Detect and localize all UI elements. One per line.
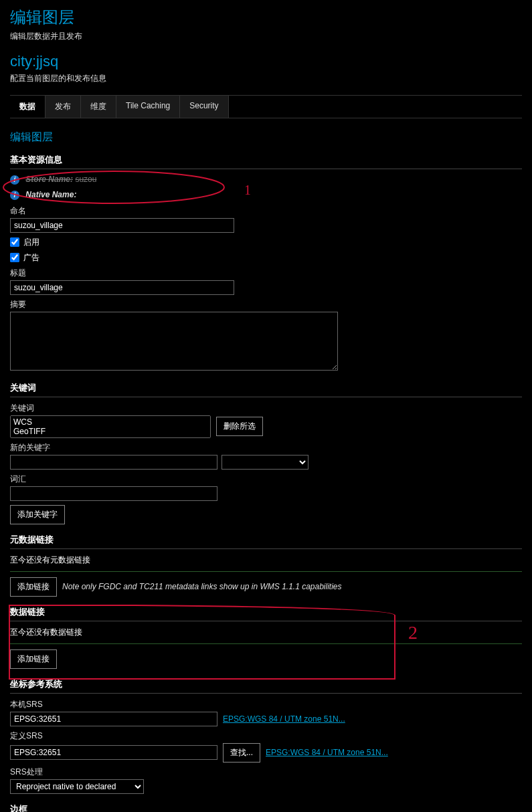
title-label: 标题 (10, 268, 522, 279)
add-keyword-button[interactable]: 添加关键字 (10, 505, 65, 524)
info-icon: i (10, 191, 19, 200)
layer-description: 配置当前图层的和发布信息 (10, 73, 522, 84)
bbox-title: 边框 (10, 803, 522, 812)
declared-srs-link[interactable]: EPSG:WGS 84 / UTM zone 51N... (266, 748, 388, 757)
declared-srs-label: 定义SRS (10, 730, 522, 742)
edit-layer-title: 编辑图层 (10, 130, 522, 144)
advertise-checkbox[interactable] (10, 253, 19, 262)
page-subtitle: 编辑层数据并且发布 (10, 31, 522, 42)
store-name-value: suzou (75, 175, 96, 184)
new-keyword-lang-select[interactable] (221, 455, 308, 470)
store-name-row: i Store Name: suzou (10, 175, 522, 185)
enable-checkbox[interactable] (10, 237, 19, 247)
metadata-links-note: Note only FGDC and TC211 metadata links … (62, 582, 342, 591)
srs-handling-label: SRS处理 (10, 767, 522, 778)
store-name-label: Store Name: (25, 175, 73, 184)
data-links-empty: 至今还没有数据链接 (10, 627, 522, 638)
tab-data[interactable]: 数据 (10, 96, 46, 118)
layer-id: city:jjsq (10, 53, 522, 70)
delete-keyword-button[interactable]: 删除所选 (216, 417, 263, 436)
keywords-title: 关键词 (10, 382, 522, 397)
srs-handling-select[interactable]: Reproject native to declared (10, 779, 144, 794)
enable-label: 启用 (23, 237, 39, 248)
keywords-select[interactable]: WCS GeoTIFF (10, 415, 211, 438)
native-srs-input[interactable] (10, 712, 217, 726)
vocab-input[interactable] (10, 486, 217, 501)
native-srs-link[interactable]: EPSG:WGS 84 / UTM zone 51N... (223, 714, 345, 724)
tabs-container: 数据 发布 维度 Tile Caching Security (10, 95, 522, 118)
add-metadata-link-button[interactable]: 添加链接 (10, 577, 57, 597)
abstract-label: 摘要 (10, 299, 522, 310)
tab-publish[interactable]: 发布 (46, 96, 81, 118)
add-data-link-button[interactable]: 添加链接 (10, 649, 57, 669)
declared-srs-input[interactable] (10, 745, 217, 760)
name-label: 命名 (10, 205, 522, 217)
advertise-label: 广告 (23, 252, 39, 264)
tab-tile-caching[interactable]: Tile Caching (116, 96, 180, 118)
native-name-row: i Native Name: (10, 190, 522, 200)
crs-title: 坐标参考系统 (10, 678, 522, 694)
native-srs-label: 本机SRS (10, 699, 522, 710)
abstract-textarea[interactable] (10, 312, 338, 371)
tab-security[interactable]: Security (180, 96, 228, 118)
basic-info-title: 基本资源信息 (10, 154, 522, 169)
find-srs-button[interactable]: 查找... (223, 743, 260, 763)
info-icon: i (10, 175, 19, 185)
new-keyword-input[interactable] (10, 455, 217, 470)
data-links-title: 数据链接 (10, 606, 522, 621)
tab-dimensions[interactable]: 维度 (81, 96, 116, 118)
name-input[interactable] (10, 218, 234, 233)
keywords-list-label: 关键词 (10, 403, 522, 414)
new-keyword-label: 新的关键字 (10, 442, 522, 453)
page-title: 编辑图层 (10, 7, 522, 28)
native-name-label: Native Name: (25, 190, 76, 199)
title-input[interactable] (10, 280, 234, 295)
metadata-links-title: 元数据链接 (10, 534, 522, 549)
vocab-label: 词汇 (10, 474, 522, 485)
metadata-links-empty: 至今还没有元数据链接 (10, 554, 522, 566)
